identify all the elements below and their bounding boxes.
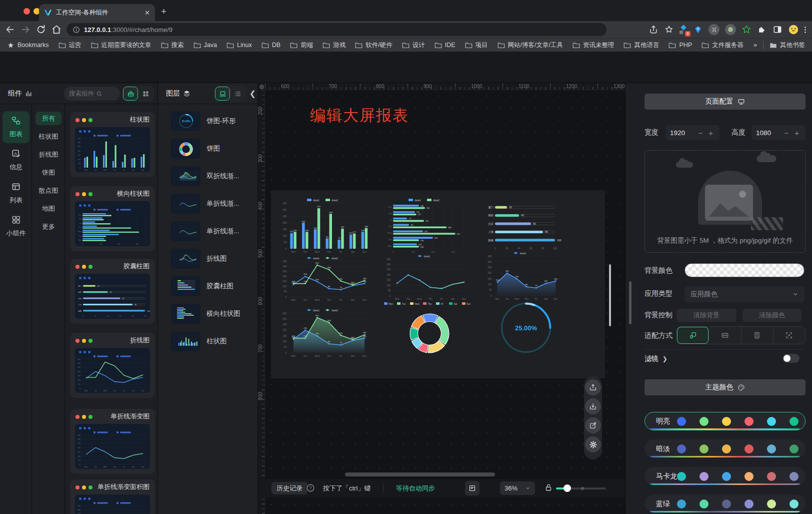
history-button[interactable]: 历史记录 (272, 482, 308, 494)
collapse-panel-chevron[interactable]: ❮ (250, 89, 256, 98)
sidebar-icon[interactable] (772, 25, 782, 35)
sidebar-item-widgets[interactable]: 小组件 (2, 210, 30, 242)
edit-button[interactable] (585, 417, 601, 433)
filter-toggle[interactable] (782, 354, 800, 363)
bookmark-folder[interactable]: 项目 (465, 41, 488, 50)
category-item[interactable]: 散点图 (36, 184, 62, 197)
category-item[interactable]: 地图 (36, 202, 62, 215)
clear-background-button[interactable]: 清除背景 (676, 309, 736, 322)
zoom-slider[interactable] (556, 487, 606, 489)
sidebar-item-list[interactable]: 列表 (2, 177, 30, 209)
category-item[interactable]: 所有 (36, 112, 62, 125)
browser-menu-icon[interactable] (804, 26, 806, 34)
height-stepper-buttons[interactable]: − + (784, 129, 801, 137)
theme-row[interactable]: 明亮 (644, 412, 806, 430)
reload-icon[interactable] (36, 24, 46, 35)
component-card[interactable]: 横向柱状图0100200300SunSatFriThuWedTueMon (70, 186, 155, 251)
app-type-select[interactable]: 应用颜色 (684, 286, 804, 302)
component-card[interactable]: 柱状图050100150200250300350MonTueWedThuFriS… (70, 112, 155, 177)
share-icon[interactable] (648, 25, 658, 35)
bookmark-folder[interactable]: 资讯未整理 (572, 41, 614, 50)
canvas-chart-line1grad[interactable]: data1050100150200250300350MonTueWedThuFr… (383, 253, 471, 300)
screen-title-text[interactable]: 编辑大屏报表 (310, 105, 409, 126)
sidebar-item-info[interactable]: A信息 (2, 144, 30, 176)
bookmark-folder[interactable]: 网站/博客/文章/工具 (498, 41, 563, 50)
canvas-chart-ring[interactable]: 25.00% (487, 298, 565, 357)
zoom-select[interactable]: 36% (500, 481, 535, 495)
export-button[interactable] (585, 379, 601, 395)
height-input[interactable]: 1080 − + (752, 125, 806, 140)
grid-view-button[interactable] (138, 87, 153, 101)
bookmark-folder[interactable]: Java (194, 42, 217, 49)
extension-command-icon[interactable] (708, 24, 720, 35)
bookmark-folder[interactable]: 文件服务器 (702, 41, 744, 50)
layer-item[interactable]: 单折线渐... (171, 194, 239, 214)
bookmark-folder[interactable]: Linux (226, 42, 252, 49)
bookmark-folder[interactable]: PHP (668, 42, 692, 49)
category-item[interactable]: 折线图 (36, 148, 62, 161)
width-input[interactable]: 1920 − + (666, 125, 720, 140)
canvas-chart-line2grad[interactable]: data1data2050100150200250300350MonTueWed… (279, 307, 372, 357)
canvas-chart-line2[interactable]: data1data2050100150200250300350MonTueWed… (279, 255, 372, 301)
category-item[interactable]: 饼图 (36, 166, 62, 179)
panel-scrollbar[interactable] (629, 281, 632, 324)
component-card[interactable]: 折线图050100150200250300350MonTueWedThuFriS… (70, 333, 155, 398)
profile-avatar-icon[interactable] (788, 24, 799, 35)
page-config-header[interactable]: 页面配置 (644, 94, 806, 110)
forward-icon[interactable] (20, 24, 31, 35)
category-item[interactable]: 更多 (36, 220, 62, 233)
bookmark-folder[interactable]: DB (262, 42, 280, 49)
clear-color-button[interactable]: 清除颜色 (742, 309, 802, 322)
thumbnail-view-button[interactable] (215, 87, 230, 101)
fit-scale-option[interactable] (677, 327, 709, 344)
theme-color-header[interactable]: 主题颜色 (644, 379, 806, 395)
bg-color-swatch[interactable] (684, 263, 804, 277)
layer-item[interactable]: 25.00%饼图-环形 (171, 111, 236, 131)
layer-item[interactable]: 双折线渐... (171, 166, 239, 186)
layer-item[interactable]: 胶囊柱图 (171, 276, 234, 296)
theme-row[interactable]: 暗淡 (644, 439, 806, 458)
bookmark-folder[interactable]: 设计 (402, 41, 425, 50)
other-bookmarks[interactable]: 其他书签 (770, 41, 805, 50)
zoom-slider-knob[interactable] (564, 484, 571, 492)
bookmarks-overflow-chevron[interactable]: » (754, 42, 757, 49)
fit-height-option[interactable] (742, 327, 774, 344)
back-icon[interactable] (4, 24, 16, 35)
theme-row[interactable]: 马卡龙 (644, 467, 806, 485)
green-star-extension-icon[interactable] (742, 25, 752, 35)
fit-stretch-option[interactable] (774, 327, 805, 344)
tab-close-icon[interactable]: ✕ (144, 9, 150, 17)
browser-tab[interactable]: 工作空间-各种组件 ✕ (39, 4, 155, 21)
site-info-icon[interactable] (72, 26, 80, 34)
component-card[interactable]: 单折线渐变面积图050100150200250300350MonTueWedTh… (70, 479, 155, 514)
background-upload-dropzone[interactable]: 背景图需小于 5M ，格式为 png/jpg/gif 的文件 (644, 150, 806, 253)
theme-row[interactable]: 蓝绿 (644, 494, 806, 513)
puzzle-extensions-icon[interactable] (757, 25, 767, 35)
sidebar-item-charts[interactable]: 图表 (2, 111, 30, 143)
layer-item[interactable]: 柱状图 (171, 331, 227, 351)
layer-item[interactable]: 饼图 (171, 139, 220, 159)
bookmark-folder[interactable]: 运营 (58, 41, 82, 50)
search-input[interactable]: 搜索组件 (64, 87, 120, 101)
bookmark-folder[interactable]: 近期需要读的文章 (91, 41, 152, 50)
canvas-chart-line1area[interactable]: data1050100150200250300350MonTueWedThuFr… (484, 250, 562, 300)
home-icon[interactable] (51, 24, 62, 35)
toolbox-view-button[interactable] (123, 87, 138, 101)
bookmarks-root[interactable]: Bookmarks (7, 42, 49, 49)
width-stepper-buttons[interactable]: − + (698, 129, 715, 137)
extension-dot-icon[interactable] (725, 24, 736, 35)
fit-width-option[interactable] (709, 327, 741, 344)
help-icon[interactable]: ? (306, 483, 315, 492)
window-close-button[interactable] (24, 8, 30, 15)
address-bar[interactable]: 127.0.0.1:3000/#/chart/home/9 (66, 23, 606, 36)
bookmark-star-icon[interactable] (664, 25, 674, 35)
extension-pinned[interactable]: 9 (680, 26, 688, 34)
design-canvas[interactable]: 6007008009001000110012001300 20030040050… (258, 83, 625, 514)
component-card[interactable]: 单折线渐变图050100150200250300350MonTueWedThuF… (70, 409, 155, 474)
canvas-chart-hbar[interactable]: data1data20100200300Sun130160Sat110117Fr… (383, 197, 471, 253)
canvas-chart-bar[interactable]: data1data2050100150200250300350MonTueWed… (279, 197, 372, 253)
bookmark-folder[interactable]: IDE (434, 42, 456, 49)
bookmark-folder[interactable]: 游戏 (322, 41, 346, 50)
lock-icon[interactable] (544, 483, 553, 492)
eye-icon[interactable] (259, 84, 264, 90)
